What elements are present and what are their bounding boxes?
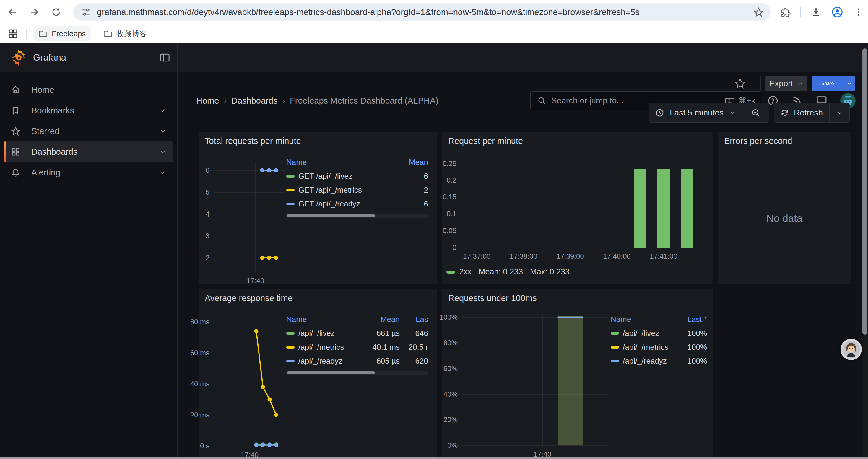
browser-profile-button[interactable] — [831, 6, 844, 19]
bookmark-star-icon[interactable] — [753, 7, 764, 18]
legend-header[interactable]: Name — [611, 315, 675, 324]
legend-row: GET /api/_/livez6 — [286, 169, 428, 183]
panel-title[interactable]: Total requests per minute — [205, 136, 301, 146]
series-swatch — [611, 332, 619, 335]
refresh-label[interactable]: Refresh — [794, 108, 823, 118]
time-range-chevron[interactable] — [729, 109, 736, 117]
address-bar[interactable]: grafana.mathmast.com/d/deytv4rwavabkb/fr… — [73, 3, 771, 21]
legend-header[interactable]: Name — [286, 158, 396, 167]
browser-menu-button[interactable] — [852, 6, 865, 19]
site-settings-icon[interactable] — [81, 7, 91, 17]
legend-header[interactable]: Mean — [356, 315, 400, 324]
chart-plot-area[interactable]: 0.250.20.150.10.05017:37:0017:38:0017:39… — [461, 160, 706, 248]
legend-header[interactable]: Mean — [396, 158, 428, 167]
time-controls-bar: Last 5 minutes Refresh — [178, 98, 868, 131]
series-name: /api/_/readyz — [299, 357, 342, 366]
legend-series[interactable]: GET /api/_/metrics — [286, 186, 396, 195]
legend-series[interactable]: GET /api/_/livez — [286, 172, 396, 181]
chevron-down-icon[interactable] — [159, 127, 167, 135]
refresh-interval-dropdown[interactable] — [830, 109, 849, 117]
sidebar-item-dashboards[interactable]: Dashboards — [4, 141, 173, 162]
legend-series[interactable]: /api/_/livez — [286, 329, 356, 338]
kebab-menu-icon — [854, 7, 864, 17]
clock-icon — [655, 108, 664, 118]
chart-plot-area[interactable]: 80 ms60 ms40 ms20 ms0 s17:40 — [214, 315, 285, 446]
series-swatch — [611, 360, 619, 362]
x-axis-tick: 17:39:00 — [556, 252, 584, 261]
series-name: /api/_/metrics — [623, 342, 669, 352]
panel-title[interactable]: Request per minute — [448, 136, 523, 146]
grafana-brand[interactable]: Grafana — [33, 43, 66, 72]
legend-header[interactable]: Last * — [675, 315, 707, 324]
legend-series[interactable]: /api/_/metrics — [611, 342, 675, 352]
browser-reload-button[interactable] — [50, 6, 63, 19]
browser-back-button[interactable] — [6, 6, 19, 19]
grafana-logo[interactable] — [9, 48, 28, 67]
y-axis-tick: 6 — [206, 166, 210, 174]
y-axis-tick: 40 ms — [190, 380, 210, 388]
downloads-button[interactable] — [809, 6, 823, 19]
y-axis-tick: 60 ms — [190, 349, 210, 357]
legend-series[interactable]: /api/_/readyz — [611, 357, 675, 366]
sidebar-item-starred[interactable]: Starred — [4, 121, 173, 141]
chevron-down-icon — [797, 80, 804, 87]
zoom-out-time-button[interactable] — [742, 108, 769, 118]
chevron-down-icon[interactable] — [159, 169, 167, 176]
bookmark-icon — [11, 105, 21, 116]
url-text[interactable]: grafana.mathmast.com/d/deytv4rwavabkb/fr… — [97, 7, 753, 17]
chevron-down-icon[interactable] — [159, 148, 167, 156]
chart-series-canvas — [462, 315, 607, 446]
y-axis-tick: 0 — [453, 243, 457, 252]
chart-plot-area[interactable]: 6543217:40 — [214, 162, 285, 272]
download-icon — [810, 6, 822, 18]
page-scrollbar-thumb[interactable] — [862, 48, 867, 335]
share-button[interactable]: Share — [812, 76, 855, 91]
legend-scrollbar-thumb[interactable] — [287, 214, 375, 217]
extensions-button[interactable] — [779, 6, 792, 19]
legend-scrollbar-thumb[interactable] — [287, 371, 375, 374]
star-icon — [11, 126, 21, 136]
refresh-button[interactable] — [780, 108, 789, 117]
legend-header[interactable]: Las — [400, 315, 428, 324]
browser-forward-button[interactable] — [28, 6, 41, 19]
share-label: Share — [821, 81, 834, 86]
sidebar-toggle-button[interactable] — [159, 52, 171, 64]
legend-row: /api/_/metrics40.1 ms20.5 r — [286, 340, 428, 354]
time-range-group: Last 5 minutes — [649, 103, 769, 123]
sidebar-item-label: Alerting — [31, 168, 60, 177]
gridline — [461, 164, 706, 164]
legend-series[interactable]: GET /api/_/readyz — [286, 199, 396, 208]
legend-series[interactable]: /api/_/livez — [611, 329, 675, 338]
bookmark-folder-label: 收藏博客 — [116, 29, 147, 39]
chevron-down-icon[interactable] — [159, 107, 167, 114]
legend-mean: Mean: 0.233 — [478, 267, 523, 276]
bookmark-folder-blogs[interactable]: 收藏博客 — [98, 26, 152, 42]
gridline — [461, 248, 706, 248]
chart-plot-area[interactable]: 100%80%60%40%20%0%17:40 — [462, 315, 607, 446]
sidebar-item-bookmarks[interactable]: Bookmarks — [4, 100, 173, 121]
bookmark-folder-freeleaps[interactable]: Freeleaps — [33, 26, 91, 41]
time-range-label[interactable]: Last 5 minutes — [670, 108, 723, 118]
legend-header[interactable]: Name — [286, 315, 356, 324]
share-menu-button[interactable] — [843, 76, 855, 91]
y-axis-tick: 0.1 — [447, 210, 457, 218]
series-swatch — [286, 346, 294, 349]
chevron-down-icon — [836, 109, 843, 117]
apps-grid-button[interactable] — [8, 28, 18, 39]
panel-title[interactable]: Average response time — [205, 293, 293, 303]
legend-series[interactable]: 2xx — [446, 267, 471, 276]
y-axis-tick: 40% — [443, 390, 458, 398]
favorite-dashboard-button[interactable] — [734, 77, 746, 89]
legend-value: 100% — [675, 342, 707, 352]
legend-series[interactable]: /api/_/readyz — [286, 357, 356, 366]
floating-assistant-avatar[interactable] — [840, 339, 862, 360]
chevron-down-icon — [729, 109, 736, 117]
legend-series[interactable]: /api/_/metrics — [286, 342, 356, 352]
panel-title[interactable]: Requests under 100ms — [448, 293, 537, 303]
zoom-out-icon — [751, 108, 761, 118]
panel-title[interactable]: Errors per second — [724, 136, 793, 146]
time-range-picker[interactable] — [655, 108, 664, 118]
sidebar-item-home[interactable]: Home — [4, 79, 173, 100]
export-button[interactable]: Export — [766, 76, 807, 91]
sidebar-item-alerting[interactable]: Alerting — [4, 162, 173, 183]
